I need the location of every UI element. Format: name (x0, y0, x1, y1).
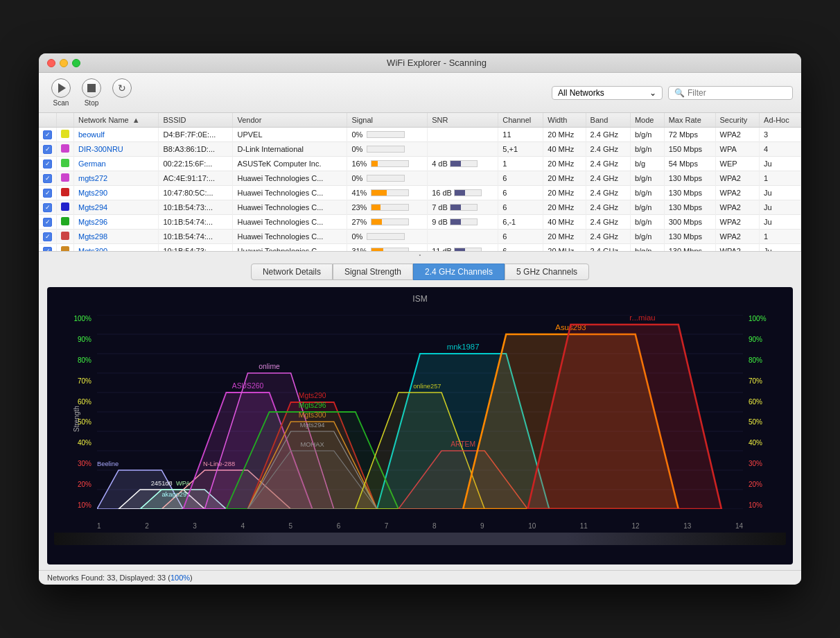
row-checkbox[interactable] (39, 230, 57, 244)
tab-5ghz[interactable]: 5 GHz Channels (505, 264, 589, 280)
col-width[interactable]: Width (543, 113, 586, 128)
row-network-name: Mgts290 (74, 186, 159, 200)
svg-text:Mgts294: Mgts294 (300, 422, 325, 429)
table-row[interactable]: beowulf D4:BF:7F:0E:... UPVEL 0% 11 20 M… (39, 128, 801, 142)
row-band: 2.4 GHz (586, 186, 630, 200)
row-network-name: Mgts296 (74, 215, 159, 230)
row-mode: b/g/n (630, 171, 664, 186)
y-label-90-right: 90% (749, 336, 762, 343)
table-row[interactable]: Mgts294 10:1B:54:73:... Huawei Technolog… (39, 200, 801, 215)
network-table: Network Name ▲ BSSID Vendor Signal SNR C… (39, 113, 801, 252)
x-label-1: 1 (97, 522, 101, 530)
chevron-down-icon: ⌄ (649, 88, 656, 98)
table-row[interactable]: Mgts296 10:1B:54:74:... Huawei Technolog… (39, 215, 801, 230)
scan-button[interactable]: Scan (47, 77, 75, 108)
row-snr: 9 dB (428, 215, 498, 230)
row-adhoc: Ju (760, 186, 801, 200)
row-adhoc: Ju (760, 157, 801, 171)
network-filter-dropdown[interactable]: All Networks ⌄ (552, 86, 663, 100)
row-checkbox[interactable] (39, 244, 57, 252)
x-label-14: 14 (735, 522, 743, 530)
close-button[interactable] (47, 59, 55, 67)
row-band: 2.4 GHz (586, 200, 630, 215)
row-max-rate: 300 Mbps (664, 215, 715, 230)
search-input[interactable] (688, 88, 787, 98)
row-width: 20 MHz (543, 171, 586, 186)
row-bssid: B8:A3:86:1D:... (159, 142, 233, 157)
row-snr (428, 128, 498, 142)
network-table-wrap: Network Name ▲ BSSID Vendor Signal SNR C… (39, 113, 801, 252)
col-mode[interactable]: Mode (630, 113, 664, 128)
filter-dropdown-value: All Networks (558, 88, 604, 98)
row-checkbox[interactable] (39, 215, 57, 230)
refresh-button[interactable]: ↻ (108, 77, 136, 108)
table-row[interactable]: DIR-300NRU B8:A3:86:1D:... D-Link Intern… (39, 142, 801, 157)
col-snr[interactable]: SNR (428, 113, 498, 128)
row-security: WPA2 (715, 128, 760, 142)
row-mode: b/g/n (630, 142, 664, 157)
row-snr (428, 230, 498, 244)
channel-svg: Beeline 2451d8 WPA N-Line-288 akago291 A… (97, 315, 743, 509)
x-label-7: 7 (385, 522, 389, 530)
row-max-rate: 130 Mbps (664, 244, 715, 252)
x-label-10: 10 (528, 522, 536, 530)
col-bssid[interactable]: BSSID (159, 113, 233, 128)
svg-text:online257: online257 (413, 383, 441, 390)
stop-button[interactable]: Stop (78, 77, 105, 108)
minimize-button[interactable] (60, 59, 68, 67)
tab-24ghz[interactable]: 2.4 GHz Channels (413, 264, 505, 280)
x-label-5: 5 (289, 522, 293, 530)
y-label-50-right: 50% (749, 418, 762, 426)
row-vendor: UPVEL (233, 128, 347, 142)
col-network-name[interactable]: Network Name ▲ (74, 113, 159, 128)
tab-network-details[interactable]: Network Details (251, 264, 333, 280)
row-color (57, 230, 74, 244)
row-checkbox[interactable] (39, 171, 57, 186)
tab-signal-strength[interactable]: Signal Strength (333, 264, 413, 280)
table-row[interactable]: mgts272 AC:4E:91:17:... Huawei Technolog… (39, 171, 801, 186)
row-security: WPA2 (715, 200, 760, 215)
table-row[interactable]: Mgts300 10:1B:54:73:... Huawei Technolog… (39, 244, 801, 252)
col-band[interactable]: Band (586, 113, 630, 128)
maximize-button[interactable] (72, 59, 80, 67)
row-adhoc: Ju (760, 215, 801, 230)
row-checkbox[interactable] (39, 157, 57, 171)
row-channel: 1 (498, 157, 543, 171)
col-adhoc[interactable]: Ad-Hoc (760, 113, 801, 128)
row-bssid: D4:BF:7F:0E:... (159, 128, 233, 142)
row-signal: 23% (347, 200, 428, 215)
row-security: WPA2 (715, 186, 760, 200)
x-label-9: 9 (480, 522, 484, 530)
row-bssid: 00:22:15:6F:... (159, 157, 233, 171)
row-checkbox[interactable] (39, 128, 57, 142)
window-title: WiFi Explorer - Scanning (80, 58, 793, 68)
row-vendor: Huawei Technologies C... (233, 200, 347, 215)
row-checkbox[interactable] (39, 142, 57, 157)
col-max-rate[interactable]: Max Rate (664, 113, 715, 128)
y-label-70-right: 70% (749, 377, 762, 385)
row-snr: 7 dB (428, 200, 498, 215)
row-security: WPA (715, 142, 760, 157)
col-security[interactable]: Security (715, 113, 760, 128)
row-checkbox[interactable] (39, 186, 57, 200)
table-row[interactable]: German 00:22:15:6F:... ASUSTeK Computer … (39, 157, 801, 171)
status-highlight: 100% (170, 574, 190, 582)
row-channel: 11 (498, 128, 543, 142)
row-channel: 6 (498, 186, 543, 200)
row-checkbox[interactable] (39, 200, 57, 215)
row-mode: b/g/n (630, 128, 664, 142)
row-snr: 11 dB (428, 244, 498, 252)
row-vendor: Huawei Technologies C... (233, 215, 347, 230)
table-row[interactable]: Mgts290 10:47:80:5C:... Huawei Technolog… (39, 186, 801, 200)
row-color (57, 128, 74, 142)
col-channel[interactable]: Channel (498, 113, 543, 128)
col-signal[interactable]: Signal (347, 113, 428, 128)
row-max-rate: 150 Mbps (664, 142, 715, 157)
row-max-rate: 130 Mbps (664, 171, 715, 186)
col-vendor[interactable]: Vendor (233, 113, 347, 128)
row-color (57, 186, 74, 200)
table-row[interactable]: Mgts298 10:1B:54:74:... Huawei Technolog… (39, 230, 801, 244)
chart-bottom-bar (54, 533, 786, 545)
y-label-60-left: 60% (78, 398, 91, 406)
y-label-40-right: 40% (749, 439, 762, 447)
